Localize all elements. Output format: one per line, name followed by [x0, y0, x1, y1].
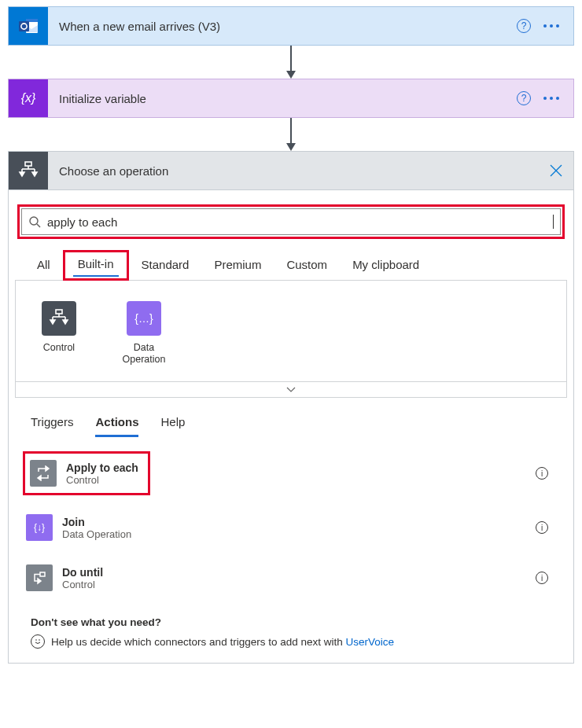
search-box[interactable] — [21, 208, 561, 235]
footer-text: Help us decide which connectors and trig… — [51, 636, 345, 648]
flow-arrow-icon — [285, 46, 297, 79]
result-highlight: Apply to each Control — [23, 451, 150, 495]
svg-text:{↓}: {↓} — [34, 522, 45, 533]
svg-marker-14 — [20, 172, 24, 176]
result-subtitle: Data Operation — [62, 528, 131, 540]
uservoice-link[interactable]: UserVoice — [345, 636, 394, 648]
tab-all[interactable]: All — [24, 253, 63, 281]
result-apply-to-each[interactable]: Apply to each Control — [27, 455, 146, 491]
svg-text:{x}: {x} — [21, 91, 36, 105]
help-icon[interactable]: ? — [517, 91, 531, 105]
result-title: Apply to each — [66, 461, 138, 474]
loop-icon — [30, 460, 57, 487]
result-join[interactable]: {↓} Join Data Operation — [23, 506, 134, 549]
choose-operation-title: Choose an operation — [48, 152, 539, 189]
do-until-icon — [26, 564, 53, 591]
variable-icon: {x} — [9, 79, 48, 117]
join-icon: {↓} — [26, 514, 53, 541]
sub-tab-actions[interactable]: Actions — [95, 415, 138, 437]
sub-tabs: Triggers Actions Help — [15, 398, 567, 437]
result-title: Join — [62, 516, 131, 528]
control-connector-icon — [9, 152, 48, 189]
category-tabs: All Built-in Standard Premium Custom My … — [15, 253, 567, 281]
tab-my-clipboard[interactable]: My clipboard — [340, 253, 432, 281]
choose-operation-header: Choose an operation — [8, 151, 574, 190]
tab-built-in[interactable]: Built-in — [63, 250, 129, 281]
result-do-until[interactable]: Do until Control — [23, 557, 106, 599]
step-init-variable[interactable]: {x} Initialize variable ? — [8, 79, 574, 118]
text-cursor — [553, 215, 554, 229]
action-results: Apply to each Control i {↓} Join Data Op… — [15, 437, 567, 599]
connector-label: Control — [43, 342, 75, 354]
step-initvar-title: Initialize variable — [48, 79, 517, 117]
info-icon[interactable]: i — [536, 467, 548, 480]
tab-standard[interactable]: Standard — [129, 253, 202, 281]
choose-operation-panel: All Built-in Standard Premium Custom My … — [8, 190, 574, 664]
flow-arrow-icon — [285, 118, 297, 151]
svg-marker-28 — [46, 466, 49, 471]
svg-marker-25 — [50, 320, 55, 324]
control-icon — [42, 301, 76, 336]
smile-icon — [31, 634, 45, 649]
svg-rect-2 — [19, 21, 29, 31]
sub-tab-help[interactable]: Help — [160, 415, 185, 437]
tab-custom[interactable]: Custom — [274, 253, 340, 281]
close-button[interactable] — [539, 152, 573, 189]
help-icon[interactable]: ? — [517, 19, 531, 33]
search-icon — [28, 215, 41, 228]
svg-rect-20 — [56, 310, 62, 314]
svg-rect-9 — [25, 162, 31, 166]
step-email-trigger[interactable]: When a new email arrives (V3) ? — [8, 6, 574, 46]
result-subtitle: Control — [62, 579, 103, 590]
svg-point-33 — [35, 639, 37, 641]
connector-control[interactable]: Control — [31, 301, 87, 366]
search-input[interactable] — [47, 215, 551, 229]
svg-marker-29 — [38, 476, 41, 480]
outlook-icon — [9, 7, 48, 45]
more-menu-button[interactable] — [543, 24, 559, 28]
svg-marker-26 — [63, 320, 68, 324]
connector-data-operation[interactable]: {…} Data Operation — [116, 301, 171, 366]
connector-label: Data Operation — [116, 342, 171, 366]
sub-tab-triggers[interactable]: Triggers — [31, 415, 73, 437]
svg-point-34 — [39, 639, 40, 641]
chevron-down-icon — [286, 387, 296, 393]
svg-point-18 — [30, 217, 38, 225]
step-email-title: When a new email arrives (V3) — [48, 7, 517, 45]
collapse-toggle[interactable] — [15, 382, 567, 398]
svg-marker-8 — [286, 143, 296, 151]
tab-premium[interactable]: Premium — [201, 253, 274, 281]
svg-marker-5 — [286, 71, 296, 79]
svg-line-19 — [37, 224, 40, 227]
result-subtitle: Control — [66, 474, 138, 486]
info-icon[interactable]: i — [536, 521, 548, 534]
svg-rect-31 — [40, 572, 45, 576]
footer-question: Don't see what you need? — [31, 616, 551, 628]
svg-marker-15 — [32, 172, 37, 176]
data-operation-icon: {…} — [127, 301, 161, 336]
footer: Don't see what you need? Help us decide … — [15, 599, 567, 655]
info-icon[interactable]: i — [536, 572, 548, 584]
more-menu-button[interactable] — [543, 97, 559, 100]
svg-marker-32 — [38, 579, 41, 583]
svg-text:{…}: {…} — [134, 312, 153, 325]
result-title: Do until — [62, 566, 103, 579]
search-highlight — [17, 204, 565, 239]
connector-grid: Control {…} Data Operation — [15, 280, 567, 382]
